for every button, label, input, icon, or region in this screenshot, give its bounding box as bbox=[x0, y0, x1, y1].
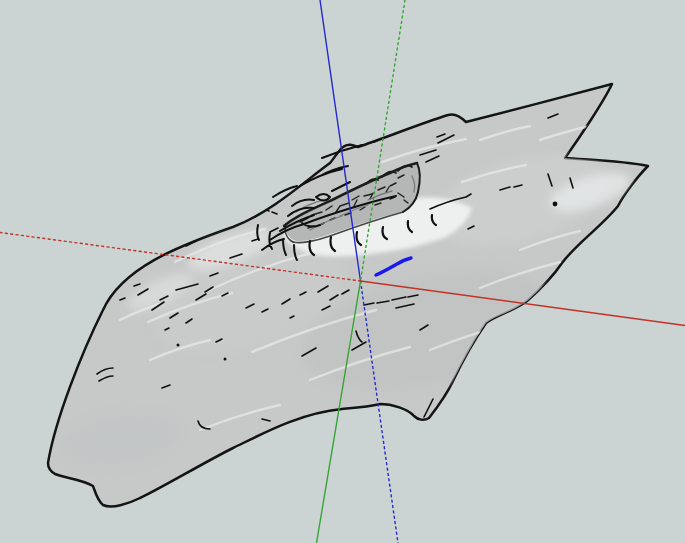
3d-viewport[interactable] bbox=[0, 0, 685, 543]
application-window bbox=[0, 0, 685, 543]
